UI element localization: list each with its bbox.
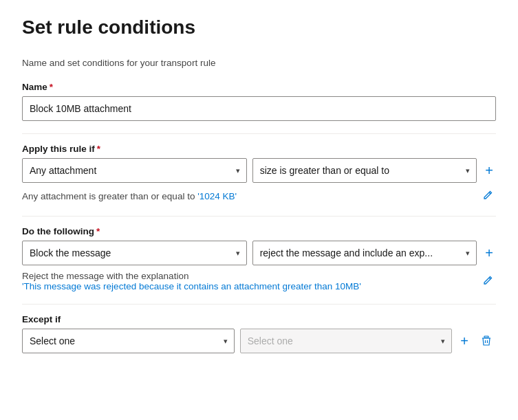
divider-3 <box>22 304 496 305</box>
do-following-edit-button[interactable] <box>479 274 496 289</box>
do-following-row: Block the message ▾ reject the message a… <box>22 241 496 265</box>
pencil-icon <box>482 190 493 201</box>
divider-2 <box>22 216 496 217</box>
do-following-required: * <box>96 226 100 236</box>
do-following-section: Do the following * Block the message ▾ r… <box>22 226 496 291</box>
do-following-dropdown1[interactable]: Block the message <box>22 241 247 265</box>
except-if-delete-button[interactable] <box>477 333 496 349</box>
except-if-row: Select one ▾ Select one ▾ + <box>22 329 496 353</box>
apply-rule-label: Apply this rule if * <box>22 144 496 154</box>
do-following-info-link[interactable]: 'This message was rejected because it co… <box>22 281 361 291</box>
trash-icon <box>481 335 492 346</box>
name-section: Name * <box>22 82 496 121</box>
divider-1 <box>22 133 496 134</box>
do-following-info-row: Reject the message with the explanation … <box>22 271 496 291</box>
except-if-label: Except if <box>22 314 496 324</box>
apply-rule-dropdown2-wrapper: size is greater than or equal to ▾ <box>252 158 477 183</box>
except-if-add-button[interactable]: + <box>457 334 471 348</box>
do-following-dropdown2[interactable]: reject the message and include an exp... <box>252 241 477 265</box>
except-if-section: Except if Select one ▾ Select one ▾ + <box>22 314 496 353</box>
apply-rule-dropdown2[interactable]: size is greater than or equal to <box>252 158 477 183</box>
apply-rule-required: * <box>97 144 100 154</box>
page-title: Set rule conditions <box>22 16 496 38</box>
name-input[interactable] <box>22 96 496 121</box>
do-following-info-text: Reject the message with the explanation … <box>22 271 361 291</box>
except-if-dropdown2-wrapper: Select one ▾ <box>240 329 453 353</box>
apply-rule-edit-button[interactable] <box>479 188 496 203</box>
except-if-dropdown2[interactable]: Select one <box>240 329 453 353</box>
page-subtitle: Name and set conditions for your transpo… <box>22 58 496 68</box>
do-following-label: Do the following * <box>22 226 496 236</box>
apply-rule-info-row: Any attachment is greater than or equal … <box>22 188 496 203</box>
do-following-add-button[interactable]: + <box>482 246 496 260</box>
apply-rule-info-link[interactable]: '1024 KB' <box>197 191 237 201</box>
apply-rule-row: Any attachment ▾ size is greater than or… <box>22 158 496 183</box>
apply-rule-section: Apply this rule if * Any attachment ▾ si… <box>22 144 496 203</box>
pencil-icon-2 <box>482 275 493 286</box>
apply-rule-dropdown1-wrapper: Any attachment ▾ <box>22 158 247 183</box>
do-following-dropdown2-wrapper: reject the message and include an exp...… <box>252 241 477 265</box>
except-if-dropdown1-wrapper: Select one ▾ <box>22 329 235 353</box>
svg-rect-0 <box>484 336 488 338</box>
apply-rule-dropdown1[interactable]: Any attachment <box>22 158 247 183</box>
except-if-dropdown1[interactable]: Select one <box>22 329 235 353</box>
name-required: * <box>50 82 53 92</box>
apply-rule-add-button[interactable]: + <box>482 164 496 177</box>
name-label: Name * <box>22 82 496 92</box>
do-following-dropdown1-wrapper: Block the message ▾ <box>22 241 247 265</box>
apply-rule-info-text: Any attachment is greater than or equal … <box>22 191 237 201</box>
